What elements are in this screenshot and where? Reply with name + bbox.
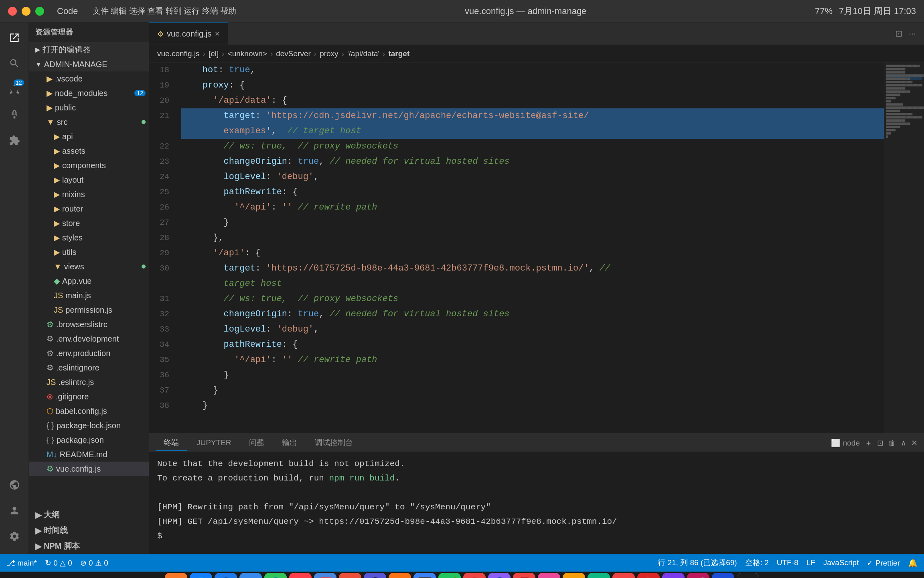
dock-trash[interactable]: 🗑 bbox=[737, 573, 759, 578]
dock-photos[interactable]: 📷 bbox=[289, 573, 312, 578]
tree-item-gitignore[interactable]: ⊗ .gitignore bbox=[29, 389, 149, 404]
terminal-tab-debug-console[interactable]: 调试控制台 bbox=[307, 435, 361, 451]
terminal-tab-jupyter[interactable]: JUPYTER bbox=[188, 436, 239, 450]
breadcrumb-devserver[interactable]: devServer bbox=[276, 49, 311, 58]
tree-item-assets[interactable]: ▶ assets bbox=[29, 144, 149, 158]
line-num-21: 21 bbox=[149, 108, 169, 124]
dock-contacts[interactable]: 👤 bbox=[264, 573, 287, 578]
tree-item-components[interactable]: ▶ components bbox=[29, 158, 149, 173]
activity-remote[interactable] bbox=[3, 474, 26, 496]
tab-vue-config[interactable]: ⚙ vue.config.js ✕ bbox=[149, 22, 228, 45]
status-errors[interactable]: ⊘ 0 ⚠ 0 bbox=[80, 558, 108, 568]
tree-item-readme[interactable]: M↓ README.md bbox=[29, 447, 149, 462]
fullscreen-button[interactable] bbox=[35, 7, 44, 16]
tree-item-router[interactable]: ▶ router bbox=[29, 201, 149, 216]
tree-item-utils[interactable]: ▶ utils bbox=[29, 245, 149, 259]
tree-item-src[interactable]: ▼ src bbox=[29, 115, 149, 129]
tab-close-button[interactable]: ✕ bbox=[215, 30, 220, 38]
tree-item-mixins[interactable]: ▶ mixins bbox=[29, 187, 149, 201]
tree-item-app-vue[interactable]: ◆ App.vue bbox=[29, 274, 149, 288]
tree-item-vscode[interactable]: ▶ .vscode bbox=[29, 71, 149, 86]
tree-item-eslintignore[interactable]: ⚙ .eslintignore bbox=[29, 360, 149, 375]
dock-red-app1[interactable]: 🔴 bbox=[637, 573, 660, 578]
terminal-close-button[interactable]: ✕ bbox=[911, 438, 918, 448]
dock-sketch[interactable]: 💎 bbox=[538, 573, 560, 578]
activity-explorer[interactable] bbox=[3, 26, 26, 49]
breadcrumb-target[interactable]: target bbox=[388, 49, 409, 58]
dock-appstore[interactable]: 🛍 bbox=[339, 573, 361, 578]
tree-item-api[interactable]: ▶ api bbox=[29, 129, 149, 144]
tree-item-views[interactable]: ▼ views bbox=[29, 259, 149, 274]
activity-account[interactable] bbox=[3, 499, 26, 522]
tree-item-permission-js[interactable]: JS permission.js bbox=[29, 303, 149, 317]
dock-figma[interactable]: ✦ bbox=[662, 573, 685, 578]
tree-item-browserslistrc[interactable]: ⚙ .browserslistrc bbox=[29, 317, 149, 332]
tree-item-store[interactable]: ▶ store bbox=[29, 216, 149, 230]
minimize-button[interactable] bbox=[22, 7, 30, 16]
breadcrumb-proxy[interactable]: proxy bbox=[320, 49, 338, 58]
status-sync[interactable]: ↻ 0 △ 0 bbox=[45, 558, 72, 568]
outline-section[interactable]: ▶ 大纲 bbox=[29, 507, 149, 523]
tree-item-package-lock[interactable]: { } package-lock.json bbox=[29, 418, 149, 433]
activity-settings[interactable] bbox=[3, 525, 26, 547]
dock-calendar[interactable]: 📅 bbox=[314, 573, 336, 578]
split-editor-button[interactable]: ⊡ bbox=[895, 28, 902, 39]
tree-item-label: App.vue bbox=[62, 277, 91, 286]
tree-item-package-json[interactable]: { } package.json bbox=[29, 433, 149, 447]
tree-item-env-prod[interactable]: ⚙ .env.production bbox=[29, 346, 149, 360]
dock-bar: 🗂 🌐 🔵 🗺 👤 📷 📅 🛍 💬 ⌨ ⬛ 🌿 🔴 🔵 📮 💎 W X P 🔴 … bbox=[0, 572, 924, 578]
tree-item-public[interactable]: ▶ public bbox=[29, 100, 149, 115]
dock-word[interactable]: W bbox=[563, 573, 585, 578]
tree-item-node-modules[interactable]: ▶ node_modules 12 bbox=[29, 86, 149, 100]
dock-app3[interactable]: 🖥 bbox=[712, 573, 734, 578]
status-branch[interactable]: ⎇ main* bbox=[6, 558, 37, 568]
dock-excel[interactable]: X bbox=[588, 573, 610, 578]
dock-safari[interactable]: 🌐 bbox=[190, 573, 212, 578]
dock-sourcetree[interactable]: 🌿 bbox=[438, 573, 461, 578]
dock-terminal[interactable]: ⬛ bbox=[413, 573, 436, 578]
terminal-split-button[interactable]: ⊡ bbox=[877, 438, 883, 448]
terminal-collapse-button[interactable]: ∧ bbox=[901, 438, 906, 448]
dock-wechat[interactable]: 💬 bbox=[364, 573, 386, 578]
status-language[interactable]: JavaScript bbox=[823, 558, 859, 567]
terminal-tab-output[interactable]: 输出 bbox=[274, 435, 305, 451]
breadcrumb-unknown[interactable]: <unknown> bbox=[228, 49, 267, 58]
activity-debug[interactable] bbox=[3, 104, 26, 126]
dock-edge[interactable]: 🔵 bbox=[215, 573, 237, 578]
tree-item-label: main.js bbox=[65, 291, 91, 300]
timeline-section[interactable]: ▶ 时间线 bbox=[29, 523, 149, 538]
terminal-add-button[interactable]: ＋ bbox=[865, 438, 872, 448]
breadcrumb-api-data[interactable]: '/api/data' bbox=[347, 49, 379, 58]
activity-extensions[interactable] bbox=[3, 129, 26, 152]
code-content[interactable]: hot: true, proxy: { '/api/data': { 💡 bbox=[177, 63, 884, 434]
project-header[interactable]: ▼ ADMIN-MANAGE bbox=[29, 57, 149, 71]
code-editor[interactable]: 18 19 20 21 22 23 24 25 26 27 28 29 30 3… bbox=[149, 63, 924, 434]
dock-maps[interactable]: 🗺 bbox=[239, 573, 262, 578]
dock-finder[interactable]: 🗂 bbox=[165, 573, 187, 578]
tree-item-styles[interactable]: ▶ styles bbox=[29, 230, 149, 245]
tree-item-babel[interactable]: ⬡ babel.config.js bbox=[29, 404, 149, 418]
npm-section[interactable]: ▶ NPM 脚本 bbox=[29, 538, 149, 554]
tree-item-layout[interactable]: ▶ layout bbox=[29, 173, 149, 187]
more-actions-button[interactable]: ··· bbox=[909, 28, 916, 39]
breadcrumb-file[interactable]: vue.config.js bbox=[157, 49, 200, 58]
dock-postman[interactable]: 📮 bbox=[513, 573, 535, 578]
activity-git[interactable]: 12 bbox=[3, 78, 26, 100]
terminal-tab-problems[interactable]: 问题 bbox=[241, 435, 272, 451]
dock-presentation[interactable]: P bbox=[612, 573, 635, 578]
timeline-chevron: ▶ bbox=[35, 526, 41, 535]
breadcrumb-el[interactable]: [el] bbox=[209, 49, 219, 58]
activity-search[interactable] bbox=[3, 52, 26, 75]
dock-chrome[interactable]: 🔵 bbox=[488, 573, 511, 578]
tree-item-env-dev[interactable]: ⚙ .env.development bbox=[29, 332, 149, 346]
close-button[interactable] bbox=[8, 7, 17, 16]
open-editors-header[interactable]: ▶ 打开的编辑器 bbox=[29, 42, 149, 57]
terminal-tab-terminal[interactable]: 终端 bbox=[156, 435, 187, 451]
dock-tableplus[interactable]: 🔴 bbox=[463, 573, 486, 578]
terminal-trash-button[interactable]: 🗑 bbox=[888, 439, 896, 448]
dock-app2[interactable]: 🎬 bbox=[687, 573, 709, 578]
tree-item-vue-config[interactable]: ⚙ vue.config.js bbox=[29, 462, 149, 476]
tree-item-main-js[interactable]: JS main.js bbox=[29, 288, 149, 303]
tree-item-eslintrc[interactable]: JS .eslintrc.js bbox=[29, 375, 149, 389]
dock-vscode[interactable]: ⌨ bbox=[389, 573, 411, 578]
